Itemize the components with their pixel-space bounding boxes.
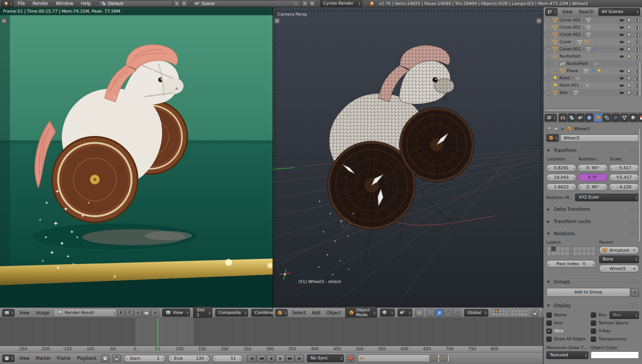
scale-y-field[interactable]: Y:5.417	[609, 174, 639, 181]
panel-drag-handle[interactable]	[631, 280, 638, 284]
selectability-cursor-icon[interactable]	[627, 54, 632, 59]
image-image-menu[interactable]: Image	[34, 310, 51, 315]
sync-mode-selector[interactable]: No Sync	[307, 354, 344, 362]
outliner-row-circle-001[interactable]: + Circle.001 |	[543, 16, 642, 24]
outliner-vertical-scrollbar[interactable]	[639, 61, 641, 97]
properties-vertical-scrollbar[interactable]	[638, 128, 641, 243]
layer-cell[interactable]	[524, 312, 528, 316]
menu-file[interactable]: File	[14, 1, 28, 6]
outliner-view-menu[interactable]: View	[561, 9, 574, 15]
visibility-eye-icon[interactable]	[619, 90, 624, 95]
draw-all-edges-checkbox[interactable]	[546, 336, 552, 342]
panel-drag-handle[interactable]	[631, 303, 638, 308]
expand-icon[interactable]: +	[554, 61, 558, 66]
pivot-point-selector[interactable]	[398, 309, 412, 317]
add-menu[interactable]: Add	[310, 310, 322, 315]
outliner-search-menu[interactable]: Search	[577, 9, 595, 15]
groups-panel-header[interactable]: ▼ Groups	[546, 277, 639, 286]
outliner-scope-selector[interactable]: All Scenes	[598, 8, 640, 16]
image-datablock-selector[interactable]: Render Result	[54, 309, 117, 317]
clear-bone-icon[interactable]: ✕	[633, 267, 636, 271]
visibility-eye-icon[interactable]	[619, 39, 624, 45]
collapse-icon[interactable]: −	[546, 54, 551, 59]
play-button[interactable]: ▶	[276, 354, 285, 362]
tab-object[interactable]	[594, 113, 602, 122]
relations-panel-header[interactable]: ▼ Relations	[546, 229, 639, 238]
mode-selector[interactable]: Object Mode	[345, 306, 377, 319]
panel-drag-handle[interactable]	[631, 207, 638, 212]
visibility-eye-icon[interactable]	[619, 54, 624, 59]
selectability-cursor-icon[interactable]	[627, 90, 632, 95]
parent-type-selector[interactable]: Bone	[599, 256, 639, 263]
renderability-camera-icon[interactable]	[634, 54, 640, 59]
tab-world[interactable]	[585, 113, 593, 122]
selectability-cursor-icon[interactable]	[627, 83, 632, 88]
location-x-field[interactable]: 0.8291	[546, 164, 576, 171]
delete-keyframe-button[interactable]	[439, 355, 448, 361]
next-keyframe-button[interactable]: ▶▶	[285, 354, 294, 362]
tab-render-layers[interactable]	[567, 113, 576, 122]
wire-checkbox-checked[interactable]: ✓	[546, 328, 552, 334]
expand-icon[interactable]: +	[546, 40, 551, 44]
selectability-cursor-icon[interactable]	[627, 32, 632, 37]
object-name-field[interactable]: Wheel3	[560, 134, 639, 142]
viewport-3d-canvas[interactable]: Camera Persp (51) Wheel3 : strech + +	[273, 7, 543, 307]
image-view-dropdown[interactable]: View	[162, 309, 190, 317]
outliner-row-star[interactable]: + Star |	[543, 89, 642, 96]
editor-type-3dview-button[interactable]	[275, 309, 288, 317]
timeline-frame-menu[interactable]: Frame	[55, 356, 72, 361]
expand-icon[interactable]: +	[546, 47, 551, 52]
properties-shelf-expand-tab[interactable]: +	[536, 18, 542, 24]
location-y-field[interactable]: 19.043	[546, 174, 576, 181]
outliner-row-circle-003[interactable]: + Circle.003 |	[543, 31, 642, 38]
menu-help[interactable]: Help	[78, 1, 94, 6]
outliner-row-cover-001[interactable]: + Cover.001 |	[543, 45, 642, 53]
selectability-cursor-icon[interactable]	[627, 76, 632, 81]
open-image-button[interactable]	[142, 309, 151, 317]
bounds-checkbox[interactable]	[591, 312, 596, 318]
visibility-eye-icon[interactable]	[619, 18, 624, 23]
jump-to-end-button[interactable]: ▶|	[295, 354, 304, 362]
object-color-swatch[interactable]	[591, 351, 639, 359]
xray-checkbox[interactable]	[591, 328, 596, 334]
visibility-eye-icon[interactable]	[619, 25, 624, 30]
menu-render[interactable]: Render	[29, 1, 52, 6]
selectability-cursor-icon[interactable]	[627, 68, 632, 74]
name-checkbox[interactable]	[546, 312, 552, 318]
viewport-shading-selector[interactable]	[380, 309, 395, 317]
visibility-eye-icon[interactable]	[619, 76, 624, 81]
expand-icon[interactable]: +	[546, 83, 551, 88]
layer-cell[interactable]	[505, 312, 509, 316]
axis-checkbox[interactable]	[546, 320, 552, 326]
outliner-row-cover[interactable]: + Cover |	[543, 38, 642, 45]
timeline-track-area[interactable]	[0, 318, 543, 346]
selectability-cursor-icon[interactable]	[627, 39, 632, 45]
outliner-row-point-001[interactable]: + Point.001 |	[543, 82, 642, 89]
parent-object-field[interactable]: Armature ✕	[599, 246, 639, 254]
expand-icon[interactable]: +	[546, 25, 551, 30]
timeline-view-menu[interactable]: View	[18, 356, 31, 361]
tab-render[interactable]	[559, 113, 567, 122]
manipulator-toggle[interactable]	[426, 309, 435, 317]
scale-manipulator-button[interactable]	[453, 309, 461, 317]
unlink-image-button[interactable]: ✕	[151, 309, 159, 317]
auto-keyframe-record-button[interactable]	[347, 354, 355, 362]
layer-cell[interactable]	[565, 251, 570, 256]
toolshelf-expand-tab[interactable]: +	[274, 18, 280, 24]
object-menu[interactable]: Object	[325, 310, 342, 315]
rotation-z-field[interactable]: Z: 90°	[578, 183, 608, 191]
play-reverse-button[interactable]: ◀	[266, 354, 275, 362]
end-frame-field[interactable]: End:130	[168, 355, 210, 362]
expand-icon[interactable]: +	[554, 69, 558, 73]
editor-type-info-button[interactable]	[1, 0, 13, 7]
panel-drag-handle[interactable]	[631, 231, 638, 236]
scene-selector[interactable]: Scene 3	[192, 0, 301, 6]
expand-icon[interactable]: +	[546, 32, 551, 37]
add-layout-button[interactable]: +	[174, 0, 180, 6]
start-frame-field[interactable]: Start:1	[124, 355, 165, 362]
render-result-image[interactable]: Frame:51 | Time:00:15.77 | Mem:74.31M, P…	[0, 7, 273, 307]
renderability-camera-icon[interactable]	[634, 32, 640, 37]
visibility-eye-icon[interactable]	[619, 47, 624, 52]
bounds-type-selector[interactable]: Box	[609, 311, 639, 319]
lock-to-scene-toggle[interactable]	[531, 309, 539, 317]
